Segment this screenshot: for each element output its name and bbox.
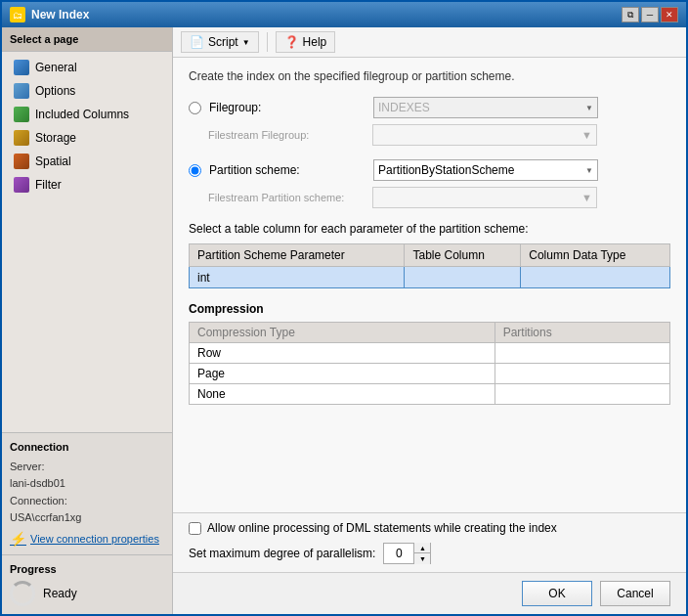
- comp-row-none[interactable]: None: [190, 384, 670, 405]
- sidebar-item-spatial-label: Spatial: [35, 154, 71, 168]
- allow-online-label: Allow online processing of DML statement…: [207, 521, 557, 535]
- col-table-col: Table Column: [405, 244, 521, 267]
- close-button[interactable]: ✕: [661, 7, 678, 22]
- table-row[interactable]: int: [190, 267, 670, 288]
- filegroup-section: Filegroup: INDEXES ▼ Filestream Filegrou…: [189, 97, 670, 146]
- filestream-ps-select[interactable]: ▼: [372, 187, 597, 208]
- filegroup-select[interactable]: INDEXES ▼: [373, 97, 598, 118]
- col-data-type: Column Data Type: [521, 244, 670, 267]
- parallelism-row: Set maximum degree of parallelism: ▲ ▼: [189, 543, 670, 564]
- script-label: Script: [208, 35, 238, 49]
- comp-partitions-page: [494, 364, 669, 384]
- sidebar-connection: Connection Server: lani-dsdb01 Connectio…: [2, 432, 172, 554]
- sidebar-item-spatial[interactable]: Spatial: [2, 150, 172, 173]
- sidebar-item-general[interactable]: General: [2, 56, 172, 79]
- sidebar-item-storage-label: Storage: [35, 131, 76, 145]
- comp-row-page[interactable]: Page: [190, 364, 670, 384]
- partition-arrow: ▼: [585, 166, 593, 175]
- comp-type-page: Page: [190, 364, 495, 384]
- sidebar-item-options[interactable]: Options: [2, 79, 172, 103]
- filestream-fg-select[interactable]: ▼: [372, 124, 597, 146]
- connection-header: Connection: [10, 441, 164, 453]
- sidebar: Select a page General Options Included C…: [2, 27, 173, 614]
- spinbox-down[interactable]: ▼: [414, 553, 430, 564]
- filestream-partition-row: Filestream Partition scheme: ▼: [208, 187, 670, 208]
- main-content: 📄 Script ▼ ❓ Help Create the index on th…: [173, 27, 686, 614]
- help-button[interactable]: ❓ Help: [276, 31, 336, 53]
- content-area: Select a page General Options Included C…: [2, 27, 686, 614]
- cancel-button[interactable]: Cancel: [600, 581, 670, 606]
- help-label: Help: [303, 35, 327, 49]
- parallelism-input[interactable]: [384, 547, 413, 560]
- dialog-buttons: OK Cancel: [173, 572, 686, 614]
- script-dropdown-icon: ▼: [242, 38, 250, 47]
- title-bar: 🗂 New Index ⧉ ─ ✕: [2, 2, 686, 27]
- partition-radio-row: Partition scheme: PartitionByStationSche…: [189, 159, 670, 181]
- comp-col-type: Compression Type: [190, 323, 495, 343]
- partition-radio[interactable]: [189, 164, 201, 177]
- page-content: Create the index on the specified filegr…: [173, 58, 686, 512]
- progress-content: Ready: [10, 581, 164, 606]
- col-param: Partition Scheme Parameter: [190, 244, 405, 267]
- sidebar-item-included-label: Included Columns: [35, 108, 129, 121]
- window-title: New Index: [31, 8, 89, 22]
- included-columns-icon: [14, 107, 29, 122]
- sidebar-item-options-label: Options: [35, 84, 75, 98]
- filestream-fg-arrow: ▼: [581, 129, 592, 141]
- partition-scheme-table: Partition Scheme Parameter Table Column …: [189, 243, 670, 288]
- connection-value: USA\ccrfan1xg: [10, 511, 81, 523]
- comp-row-row[interactable]: Row: [190, 343, 670, 364]
- progress-spinner: [10, 581, 35, 606]
- spatial-icon: [14, 154, 29, 169]
- sidebar-item-filter[interactable]: Filter: [2, 173, 172, 197]
- row-param: int: [190, 267, 405, 288]
- spinbox-up[interactable]: ▲: [414, 543, 430, 553]
- minimize-button[interactable]: ─: [641, 7, 659, 22]
- options-icon: [14, 83, 29, 99]
- filter-icon: [14, 177, 29, 193]
- partition-table-label: Select a table column for each parameter…: [189, 222, 670, 236]
- comp-col-partitions: Partitions: [494, 323, 669, 343]
- filegroup-radio[interactable]: [189, 102, 201, 114]
- server-value: lani-dsdb01: [10, 477, 65, 489]
- allow-online-row: Allow online processing of DML statement…: [189, 521, 670, 535]
- sidebar-items: General Options Included Columns Storage…: [2, 52, 172, 432]
- connection-label: Connection:: [10, 495, 67, 506]
- sidebar-item-storage[interactable]: Storage: [2, 126, 172, 150]
- filestream-ps-label: Filestream Partition scheme:: [208, 192, 365, 203]
- filestream-fg-label: Filestream Filegroup:: [208, 129, 365, 141]
- spinbox-arrows: ▲ ▼: [413, 543, 430, 564]
- ok-button[interactable]: OK: [522, 581, 592, 606]
- script-button[interactable]: 📄 Script ▼: [181, 31, 259, 53]
- title-buttons: ⧉ ─ ✕: [622, 7, 678, 22]
- toolbar-divider: [267, 32, 268, 52]
- sidebar-progress: Progress Ready: [2, 554, 172, 614]
- view-connection-link[interactable]: ⚡ View connection properties: [10, 531, 164, 547]
- filegroup-radio-row: Filegroup: INDEXES ▼: [189, 97, 670, 118]
- parallelism-spinbox: ▲ ▼: [383, 543, 431, 564]
- sidebar-item-general-label: General: [35, 61, 77, 74]
- filegroup-value: INDEXES: [378, 101, 430, 114]
- description-text: Create the index on the specified filegr…: [189, 69, 670, 83]
- window-icon: 🗂: [10, 7, 25, 22]
- sidebar-item-included-columns[interactable]: Included Columns: [2, 103, 172, 126]
- partition-section: Partition scheme: PartitionByStationSche…: [189, 159, 670, 208]
- filegroup-label: Filegroup:: [209, 101, 366, 114]
- compression-section: Compression Compression Type Partitions …: [189, 302, 670, 405]
- compression-table: Compression Type Partitions Row Page: [189, 322, 670, 405]
- comp-type-none: None: [190, 384, 495, 405]
- general-icon: [14, 60, 29, 75]
- partition-value: PartitionByStationScheme: [378, 163, 514, 177]
- restore-button[interactable]: ⧉: [622, 7, 639, 22]
- server-label: Server:: [10, 461, 44, 472]
- parallelism-label: Set maximum degree of parallelism:: [189, 547, 375, 560]
- title-bar-left: 🗂 New Index: [10, 7, 89, 22]
- partition-select[interactable]: PartitionByStationScheme ▼: [373, 159, 598, 181]
- storage-icon: [14, 130, 29, 146]
- filestream-ps-arrow: ▼: [581, 192, 592, 203]
- sidebar-item-filter-label: Filter: [35, 178, 62, 192]
- allow-online-checkbox[interactable]: [189, 522, 201, 535]
- filestream-filegroup-row: Filestream Filegroup: ▼: [208, 124, 670, 146]
- comp-partitions-none: [494, 384, 669, 405]
- progress-header: Progress: [10, 563, 164, 575]
